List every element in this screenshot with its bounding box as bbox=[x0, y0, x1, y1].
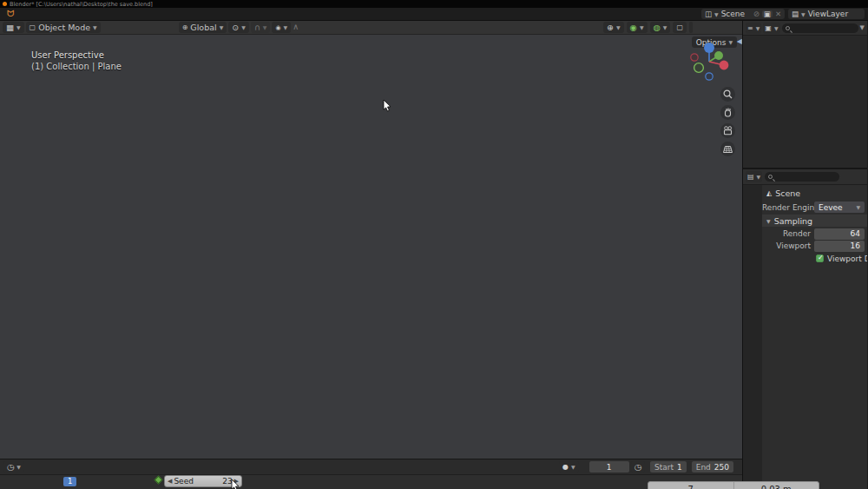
proportional-edit-toggle[interactable]: ◉▼ bbox=[272, 22, 291, 33]
object-mode-icon: ▢ bbox=[30, 23, 36, 31]
chevron-down-icon: ▼ bbox=[571, 464, 575, 470]
stopwatch-icon: ◷ bbox=[635, 462, 641, 472]
record-icon: ● bbox=[562, 463, 569, 471]
falloff-icon: ∧ bbox=[293, 22, 299, 33]
xray-icon: ◍ bbox=[654, 23, 661, 32]
frame-start-field[interactable]: Start 1 bbox=[650, 461, 687, 472]
properties-tab-strip bbox=[743, 185, 762, 489]
outliner-tree bbox=[743, 36, 867, 168]
close-icon[interactable]: ✕ bbox=[775, 10, 781, 17]
chevron-down-icon: ▼ bbox=[774, 25, 779, 31]
axis-y-ball[interactable] bbox=[714, 51, 723, 60]
blender-menu-icon[interactable]: ᗢ bbox=[7, 10, 14, 18]
seed-slider-label: Seed bbox=[174, 477, 194, 486]
properties-editor: ▤ ▼ ◭ Scene Render Engine bbox=[743, 169, 867, 489]
viewport[interactable]: Options ▼ User Perspective (1) Collectio… bbox=[0, 35, 742, 459]
viewport-denoising-row: Viewport Denoising bbox=[762, 252, 867, 265]
zoom-button[interactable] bbox=[720, 87, 735, 102]
render-engine-row: Render Engine Eevee ▼ bbox=[762, 200, 867, 215]
axis-neg-y-ball[interactable] bbox=[694, 63, 704, 73]
timeline-ruler[interactable]: 1 bbox=[0, 474, 742, 489]
sampling-render-field[interactable]: 64 bbox=[814, 228, 865, 240]
outliner-search-input[interactable] bbox=[782, 23, 858, 33]
chevron-down-icon: ▼ bbox=[766, 218, 771, 224]
view-layer-selector[interactable]: ▤ ▼ ViewLayer bbox=[788, 9, 865, 19]
pin-icon[interactable]: ⊘ bbox=[753, 10, 760, 17]
viewport-info-text: User Perspective (1) Collection | Plane bbox=[31, 50, 122, 72]
viewport-canvas[interactable] bbox=[0, 35, 742, 459]
filter-icon[interactable]: ▼ bbox=[860, 24, 865, 31]
outliner: ≡ ▼ ▣ ▼ ▼ bbox=[743, 21, 867, 169]
xray-dropdown[interactable]: ◍▼ bbox=[650, 22, 671, 33]
render-engine-dropdown[interactable]: Eevee ▼ bbox=[814, 202, 865, 213]
right-panel-column: ≡ ▼ ▣ ▼ ▼ ▤ ▼ bbox=[743, 21, 867, 489]
axis-z-ball[interactable] bbox=[704, 43, 714, 53]
orientation-dropdown[interactable]: ⊕ Global ▼ bbox=[179, 22, 227, 33]
xray-toggle[interactable]: ▢ bbox=[673, 22, 687, 33]
orientation-label: Global bbox=[190, 23, 216, 32]
sampling-render-row: Render 64 bbox=[762, 228, 867, 240]
xray-box-icon: ▢ bbox=[676, 23, 683, 31]
breadcrumb-label: Scene bbox=[775, 188, 800, 198]
viewport-denoising-checkbox[interactable] bbox=[816, 254, 824, 262]
proportional-edit-icon: ◉ bbox=[275, 24, 280, 31]
outliner-icon: ≡ bbox=[747, 24, 753, 32]
display-mode-icon: ▣ bbox=[765, 24, 772, 32]
properties-breadcrumb: ◭ Scene bbox=[762, 187, 867, 200]
navigation-gizmo[interactable] bbox=[687, 39, 732, 84]
axis-neg-x-ball[interactable] bbox=[691, 54, 698, 61]
outliner-editor-type-button[interactable]: ≡ ▼ bbox=[746, 23, 761, 34]
value-popup-left: 7 bbox=[648, 482, 733, 489]
pan-hand-button[interactable] bbox=[720, 105, 735, 120]
axis-neg-z-ball[interactable] bbox=[706, 73, 713, 80]
pivot-dropdown[interactable]: ⊙▼ bbox=[228, 22, 249, 33]
mouse-cursor-drag bbox=[231, 479, 241, 489]
scene-selector[interactable]: ◫ ▼ Scene ⊘ ▣ ✕ bbox=[701, 9, 785, 19]
chevron-down-icon: ▼ bbox=[220, 24, 224, 30]
active-context: (1) Collection | Plane bbox=[31, 61, 122, 72]
clock-icon: ◷ bbox=[7, 462, 14, 472]
current-frame-field[interactable]: 1 bbox=[589, 461, 629, 472]
viewport-toggles: ⊕▼ ◉▼ ◍▼ ▢ bbox=[603, 22, 693, 33]
blender-window: { "titlebar": { "title": "Blender* [C:\\… bbox=[0, 0, 868, 489]
mode-dropdown[interactable]: ▢ Object Mode ▼ bbox=[26, 22, 101, 33]
editor-type-button[interactable]: ▦ ▼ bbox=[3, 22, 24, 33]
properties-search-input[interactable] bbox=[765, 172, 839, 182]
slider-left-arrow[interactable]: ◀ bbox=[168, 478, 172, 485]
properties-header: ▤ ▼ bbox=[743, 169, 867, 185]
axis-x-ball[interactable] bbox=[720, 61, 729, 70]
chevron-down-icon: ▼ bbox=[714, 11, 719, 17]
value-popup-right: 0.03 m bbox=[733, 482, 819, 489]
pivot-icon: ⊙ bbox=[232, 23, 239, 32]
view-name: User Perspective bbox=[31, 50, 122, 61]
gizmo-dropdown[interactable]: ⊕▼ bbox=[603, 22, 624, 33]
preview-range-toggle[interactable]: ◷ bbox=[631, 461, 645, 472]
current-frame-marker[interactable]: 1 bbox=[63, 477, 76, 486]
titlebar: Blender* [C:\Users\nathal\Desktop\the sa… bbox=[0, 0, 868, 8]
snap-toggle[interactable]: ∩▼ bbox=[251, 22, 271, 33]
chevron-down-icon: ▼ bbox=[856, 204, 860, 210]
mouse-cursor bbox=[383, 99, 393, 114]
frame-end-field[interactable]: End 250 bbox=[692, 461, 733, 472]
viewport-editor-icon: ▦ bbox=[6, 23, 14, 32]
search-icon bbox=[786, 26, 790, 30]
shading-mode-group bbox=[689, 22, 693, 33]
properties-editor-type-button[interactable]: ▤ ▼ bbox=[746, 171, 762, 182]
chevron-down-icon: ▼ bbox=[16, 24, 21, 30]
viewport-header: ▦ ▼ ▢ Object Mode ▼ ⊕ Global ▼ ⊙▼ ∩▼ ◉▼ … bbox=[0, 21, 742, 35]
camera-view-button[interactable] bbox=[720, 123, 735, 138]
start-value: 1 bbox=[677, 463, 682, 472]
properties-content: ◭ Scene Render Engine Eevee ▼ ▼ Sampling bbox=[762, 185, 867, 489]
sampling-panel-header[interactable]: ▼ Sampling bbox=[762, 215, 867, 227]
end-label: End bbox=[696, 463, 711, 472]
outliner-display-mode-button[interactable]: ▣ ▼ bbox=[763, 23, 779, 34]
orientation-icon: ⊕ bbox=[182, 23, 188, 31]
new-scene-icon[interactable]: ▣ bbox=[762, 10, 773, 17]
timeline-editor-type-button[interactable]: ◷ ▼ bbox=[3, 461, 24, 472]
overlays-dropdown[interactable]: ◉▼ bbox=[627, 22, 648, 33]
auto-keying-toggle[interactable]: ● ▼ bbox=[559, 461, 579, 472]
sidebar-collapse-arrow[interactable]: ◀ bbox=[737, 37, 742, 45]
sampling-viewport-field[interactable]: 16 bbox=[814, 241, 865, 252]
chevron-down-icon: ▼ bbox=[16, 464, 21, 470]
toggle-perspective-button[interactable] bbox=[720, 142, 735, 156]
